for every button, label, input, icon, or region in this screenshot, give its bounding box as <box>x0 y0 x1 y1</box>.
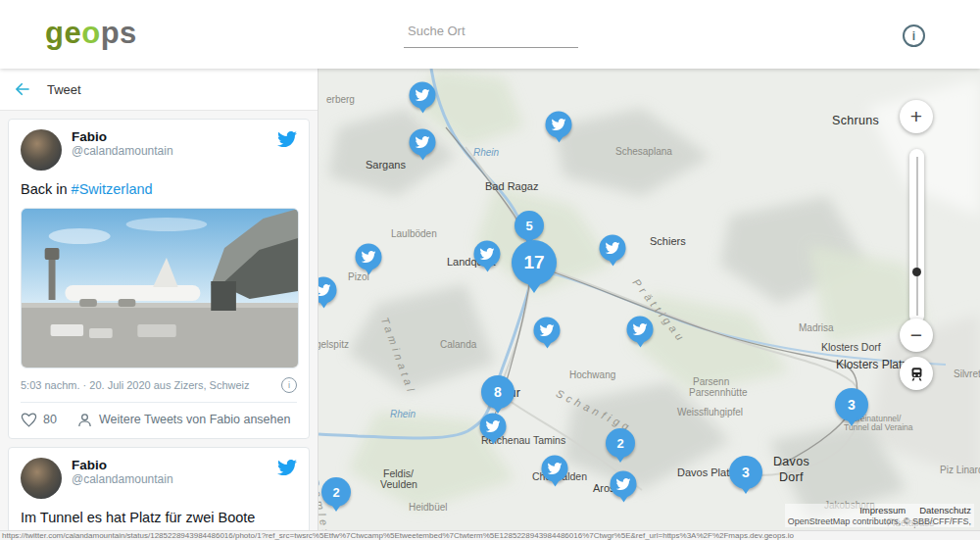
logo-text-2: ps <box>101 16 137 50</box>
tweet-text-plain: Back in <box>21 181 72 197</box>
twitter-icon[interactable] <box>277 458 297 477</box>
link-status-bar: https://twitter.com/calandamountain/stat… <box>0 530 980 540</box>
back-button[interactable] <box>14 80 31 98</box>
tweet-marker[interactable] <box>410 82 436 109</box>
twitter-icon[interactable] <box>277 129 297 149</box>
search-box <box>404 14 578 48</box>
tweet-photo[interactable] <box>21 208 299 368</box>
zoom-out-button[interactable]: − <box>900 319 933 352</box>
tweet-timestamp: 5:03 nachm. · 20. Juli 2020 aus Zizers, … <box>21 379 250 391</box>
zoom-slider[interactable] <box>909 149 924 323</box>
twitter-bird-icon <box>480 247 495 262</box>
map-canvas[interactable]: erbergSargansRheinBad RagazSchesaplanaSc… <box>318 69 980 530</box>
tweet-marker[interactable] <box>611 471 637 498</box>
datenschutz-link[interactable]: Datenschutz <box>919 505 971 515</box>
tweet-cluster-marker[interactable]: 17 <box>512 240 557 285</box>
zoom-slider-track <box>916 157 918 316</box>
tweet-marker[interactable] <box>356 244 382 270</box>
geops-logo[interactable]: geops <box>45 16 137 51</box>
zoom-in-button[interactable]: + <box>900 100 933 133</box>
twitter-bird-icon <box>540 323 555 338</box>
tweet-card: Fabio @calandamountain Back in #Switzerl… <box>8 119 310 439</box>
twitter-bird-icon <box>318 283 331 298</box>
twitter-bird-icon <box>606 241 620 256</box>
twitter-bird-icon <box>362 250 376 265</box>
tweet-card: Fabio @calandamountain Im Tunnel es hat … <box>8 447 310 530</box>
tweet-cluster-marker[interactable]: 3 <box>729 456 762 489</box>
tweet-cluster-marker[interactable]: 2 <box>606 428 635 458</box>
sidebar-title: Tweet <box>47 82 81 97</box>
tweet-info-icon[interactable]: i <box>281 377 297 393</box>
tweet-marker[interactable] <box>627 317 654 343</box>
train-icon <box>908 366 925 382</box>
avatar[interactable] <box>21 129 62 171</box>
twitter-bird-icon <box>633 322 648 337</box>
twitter-bird-icon <box>548 462 563 476</box>
tweet-sidebar: Tweet Fabio @calandamountain Back in #Sw… <box>0 69 318 530</box>
twitter-bird-icon <box>486 419 501 434</box>
impressum-link[interactable]: Impressum <box>859 505 906 515</box>
twitter-bird-icon <box>416 88 430 103</box>
tweet-marker[interactable] <box>534 318 561 344</box>
tweet-cluster-marker[interactable]: 3 <box>835 388 868 421</box>
tweet-text: Back in #Switzerland <box>21 180 297 200</box>
tweet-cluster-marker[interactable]: 8 <box>481 375 514 409</box>
tweet-cluster-marker[interactable]: 5 <box>514 211 544 240</box>
tweet-marker[interactable] <box>410 129 436 156</box>
tweet-marker[interactable] <box>480 414 507 440</box>
tweet-marker[interactable] <box>542 456 568 482</box>
tweet-marker[interactable] <box>600 235 626 262</box>
author-name[interactable]: Fabio <box>72 129 277 144</box>
like-icon[interactable] <box>21 412 37 428</box>
author-handle[interactable]: @calandamountain <box>72 472 277 486</box>
author-handle[interactable]: @calandamountain <box>72 144 277 158</box>
tweet-text: Im Tunnel es hat Platz für zwei Boote <box>21 509 297 528</box>
twitter-bird-icon <box>416 135 430 150</box>
copyright-text: OpenStreetMap contributors, © SBB/CFF/FF… <box>788 516 971 526</box>
twitter-bird-icon <box>616 477 631 492</box>
avatar[interactable] <box>21 458 62 499</box>
author-name[interactable]: Fabio <box>72 458 277 472</box>
hashtag-link[interactable]: #Switzerland <box>72 181 153 197</box>
map-attribution: Impressum Datenschutz OpenStreetMap cont… <box>785 504 974 527</box>
layer-toggle-button[interactable] <box>900 357 933 390</box>
more-tweets-link[interactable]: Weitere Tweets von Fabio ansehen <box>99 413 291 426</box>
info-button[interactable]: i <box>903 25 925 47</box>
logo-text: ge <box>45 16 81 50</box>
tweet-marker[interactable] <box>546 112 572 138</box>
like-count[interactable]: 80 <box>43 413 57 426</box>
person-icon <box>76 412 93 428</box>
back-arrow-icon <box>14 80 31 98</box>
zoom-slider-handle[interactable] <box>912 268 921 276</box>
tweet-marker[interactable] <box>474 241 501 268</box>
sidebar-header: Tweet <box>0 69 318 111</box>
logo-o: o <box>81 16 100 50</box>
search-input[interactable] <box>404 24 584 38</box>
tweet-cluster-marker[interactable]: 2 <box>321 477 351 507</box>
twitter-bird-icon <box>552 118 566 132</box>
app-header: geops i <box>0 0 980 69</box>
